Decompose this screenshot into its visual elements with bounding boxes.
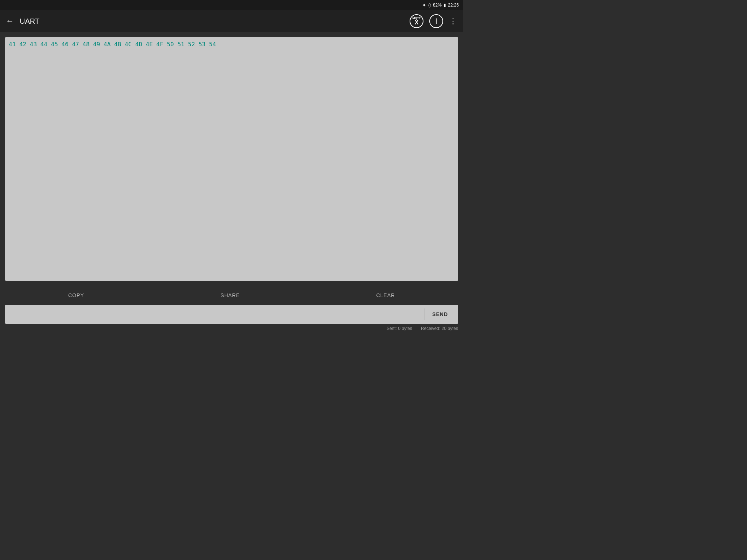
app-title: UART	[20, 17, 404, 26]
main-content: 41 42 43 44 45 46 47 48 49 4A 4B 4C 4D 4…	[0, 32, 463, 286]
received-status: Received: 20 bytes	[421, 326, 458, 331]
share-button[interactable]: SHARE	[206, 288, 254, 303]
time-display: 22:26	[448, 3, 459, 8]
status-footer: Sent: 0 bytes Received: 20 bytes	[0, 324, 463, 333]
sent-status: Sent: 0 bytes	[387, 326, 412, 331]
more-options-button[interactable]: ⋮	[449, 16, 457, 26]
clear-button[interactable]: CLEAR	[361, 288, 410, 303]
mqtt-button[interactable]: MQTT X	[410, 14, 423, 28]
action-bar: COPY SHARE CLEAR	[0, 286, 463, 305]
app-bar: ← UART MQTT X i ⋮	[0, 10, 463, 32]
status-bar: ✦ 〈〉 82% ▮ 22:26	[0, 0, 463, 10]
app-bar-actions: MQTT X i ⋮	[410, 14, 457, 28]
battery-level: 82%	[433, 3, 442, 8]
message-input[interactable]	[8, 311, 425, 318]
mqtt-x-label: X	[415, 20, 419, 26]
wifi-icon: 〈〉	[428, 3, 431, 8]
send-area: SEND	[5, 305, 458, 324]
info-icon: i	[436, 16, 437, 26]
back-button[interactable]: ←	[6, 16, 14, 26]
terminal-area: 41 42 43 44 45 46 47 48 49 4A 4B 4C 4D 4…	[5, 37, 458, 281]
terminal-output: 41 42 43 44 45 46 47 48 49 4A 4B 4C 4D 4…	[9, 41, 216, 48]
copy-button[interactable]: COPY	[54, 288, 99, 303]
send-button[interactable]: SEND	[425, 308, 455, 320]
status-icons: ✦ 〈〉 82% ▮ 22:26	[422, 2, 459, 8]
bluetooth-icon: ✦	[422, 2, 426, 8]
info-button[interactable]: i	[429, 14, 443, 28]
battery-icon: ▮	[444, 3, 446, 8]
